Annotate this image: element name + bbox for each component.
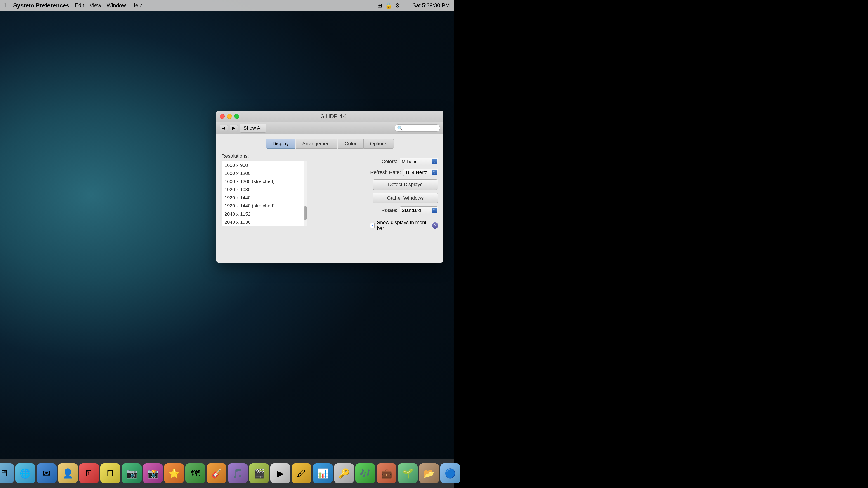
window-titlebar: LG HDR 4K — [216, 111, 443, 122]
refresh-rate-value: 16.4 Hertz — [405, 170, 427, 175]
dock-item-maps[interactable]: 🗺 — [185, 463, 205, 483]
resolution-list-container: 1600 x 900 1600 x 1200 1600 x 1200 (stre… — [221, 161, 307, 226]
back-arrow-icon: ◀ — [222, 126, 225, 131]
dock-item-calendar[interactable]: 🗓 — [79, 463, 99, 483]
detect-displays-button[interactable]: Detect Displays — [373, 180, 438, 190]
dock-item-photos[interactable]: 📸 — [143, 463, 163, 483]
apple-menu-icon[interactable]:  — [4, 2, 6, 9]
forward-arrow-icon: ▶ — [232, 126, 235, 131]
dock-item-keychain[interactable]: 🔑 — [334, 463, 354, 483]
colors-select[interactable]: Millions ⇅ — [400, 158, 438, 165]
search-icon: 🔍 — [397, 125, 403, 131]
refresh-rate-select[interactable]: 16.4 Hertz ⇅ — [403, 168, 438, 176]
gather-windows-button[interactable]: Gather Windows — [373, 193, 438, 203]
dock-item-sketch[interactable]: 🖊 — [291, 463, 311, 483]
dock-item-app2[interactable]: 🌱 — [398, 463, 418, 483]
rotate-select[interactable]: Standard ⇅ — [400, 206, 438, 214]
colors-label: Colors: — [370, 159, 397, 164]
dock-item-contacts[interactable]: 👤 — [58, 463, 78, 483]
menu-help[interactable]: Help — [131, 2, 143, 8]
menubar-icon-1[interactable]: ⊞ — [377, 2, 382, 9]
resolution-scrollbar[interactable] — [304, 161, 307, 226]
resolution-2048x1536[interactable]: 2048 x 1536 — [222, 218, 307, 226]
dock-item-imovie[interactable]: 🎬 — [249, 463, 269, 483]
display-panel: Resolutions: 1600 x 900 1600 x 1200 1600… — [221, 153, 438, 231]
tab-color[interactable]: Color — [338, 139, 363, 149]
dock-item-reminders[interactable]: ⭐ — [164, 463, 184, 483]
dock-item-stocks[interactable]: 📊 — [313, 463, 333, 483]
show-in-menubar-row: ✓ Show displays in menu bar ? — [370, 220, 438, 231]
rotate-row: Rotate: Standard ⇅ — [370, 206, 438, 214]
tab-arrangement[interactable]: Arrangement — [296, 139, 338, 149]
menubar:  System Preferences Edit View Window He… — [0, 0, 454, 11]
window-title: LG HDR 4K — [223, 113, 440, 120]
menu-edit[interactable]: Edit — [75, 2, 84, 8]
dock-item-garageband[interactable]: 🎸 — [207, 463, 226, 483]
show-all-button[interactable]: Show All — [240, 124, 266, 133]
dock-item-safari[interactable]: 🌐 — [16, 463, 35, 483]
dock-item-notes[interactable]: 🗒 — [100, 463, 120, 483]
resolution-1600x1200[interactable]: 1600 x 1200 — [222, 169, 307, 177]
resolution-2048x1152[interactable]: 2048 x 1152 — [222, 210, 307, 218]
desktop-right — [454, 0, 868, 488]
resolution-list[interactable]: 1600 x 900 1600 x 1200 1600 x 1200 (stre… — [222, 161, 307, 226]
colors-row: Colors: Millions ⇅ — [370, 158, 438, 165]
menu-window[interactable]: Window — [107, 2, 126, 8]
resolution-1600x900[interactable]: 1600 x 900 — [222, 161, 307, 169]
show-in-menubar-checkbox[interactable]: ✓ — [370, 223, 375, 228]
app-name-label[interactable]: System Preferences — [13, 2, 69, 9]
resolution-1600x1200s[interactable]: 1600 x 1200 (stretched) — [222, 177, 307, 186]
menubar-status-icons: ⊞ 🔒 ⚙ — [377, 2, 400, 9]
resolution-section: Resolutions: 1600 x 900 1600 x 1200 1600… — [221, 153, 364, 231]
menu-view[interactable]: View — [90, 2, 101, 8]
rotate-label: Rotate: — [370, 207, 397, 213]
resolutions-label: Resolutions: — [221, 153, 364, 159]
dock-item-mail[interactable]: ✉ — [37, 463, 57, 483]
dock-item-app1[interactable]: 💼 — [377, 463, 397, 483]
rotate-select-arrow: ⇅ — [432, 208, 437, 213]
menubar-icon-3[interactable]: ⚙ — [395, 2, 400, 9]
refresh-rate-row: Refresh Rate: 16.4 Hertz ⇅ — [370, 168, 438, 176]
refresh-rate-label: Refresh Rate: — [370, 169, 401, 175]
help-button[interactable]: ? — [432, 222, 438, 229]
tab-display[interactable]: Display — [266, 139, 295, 149]
resolution-1920x1440s[interactable]: 1920 x 1440 (stretched) — [222, 202, 307, 210]
menubar-clock: Sat 5:39:30 PM — [412, 2, 450, 8]
controls-section: Colors: Millions ⇅ Refresh Rate: 16.4 He… — [370, 153, 438, 231]
tab-options[interactable]: Options — [364, 139, 394, 149]
window-content: Display Arrangement Color Options Resolu… — [216, 134, 443, 236]
dock-item-finder[interactable]: 🖥 — [0, 463, 14, 483]
refresh-rate-select-arrow: ⇅ — [432, 170, 437, 175]
menubar-icon-2[interactable]: 🔒 — [385, 2, 392, 9]
dock-item-quicktime[interactable]: ▶ — [270, 463, 290, 483]
resolution-1920x1440[interactable]: 1920 x 1440 — [222, 194, 307, 202]
back-button[interactable]: ◀ — [220, 125, 228, 131]
dock-item-spotify[interactable]: 🎶 — [355, 463, 375, 483]
dock-item-instruments[interactable]: 🎵 — [228, 463, 248, 483]
tab-bar: Display Arrangement Color Options — [221, 139, 438, 149]
dock-item-app3[interactable]: 📂 — [419, 463, 439, 483]
window-toolbar: ◀ ▶ Show All 🔍 — [216, 122, 443, 134]
dock-item-app4[interactable]: 🔵 — [440, 463, 460, 483]
dock-item-facetime[interactable]: 📷 — [122, 463, 142, 483]
scrollbar-thumb[interactable] — [304, 206, 307, 220]
system-preferences-window: LG HDR 4K ◀ ▶ Show All 🔍 Display Arrange… — [216, 111, 443, 263]
forward-button[interactable]: ▶ — [230, 125, 238, 131]
dock: 🖥 🌐 ✉ 👤 🗓 🗒 📷 📸 ⭐ 🗺 🎸 🎵 🎬 ▶ 🖊 📊 🔑 🎶 💼 🌱 … — [0, 459, 454, 488]
colors-value: Millions — [402, 159, 417, 164]
search-input[interactable]: 🔍 — [395, 125, 440, 132]
colors-select-arrow: ⇅ — [432, 159, 437, 164]
show-in-menubar-label: Show displays in menu bar — [377, 220, 429, 231]
resolution-1920x1080[interactable]: 1920 x 1080 — [222, 186, 307, 194]
rotate-value: Standard — [402, 207, 421, 213]
